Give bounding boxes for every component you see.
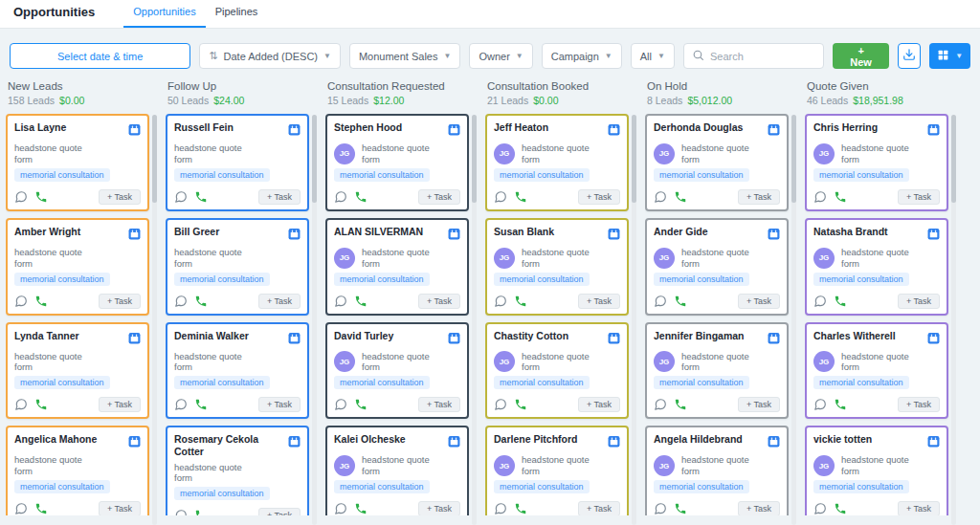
add-task-button[interactable]: + Task: [578, 189, 620, 205]
column-scrollbar-thumb[interactable]: [632, 115, 636, 203]
phone-icon[interactable]: [834, 502, 847, 515]
opportunity-card[interactable]: Angela HildebrandJGheadstone quote formm…: [645, 426, 789, 515]
calendar-icon[interactable]: [128, 331, 141, 348]
view-switch-button[interactable]: ▼: [929, 43, 970, 69]
owner-dropdown[interactable]: Owner ▼: [469, 43, 532, 69]
message-icon[interactable]: [334, 295, 347, 308]
add-task-button[interactable]: + Task: [578, 294, 620, 309]
message-icon[interactable]: [174, 295, 188, 308]
column-scrollbar[interactable]: [472, 115, 477, 525]
import-export-button[interactable]: [898, 43, 921, 69]
calendar-icon[interactable]: [927, 122, 940, 140]
column-scrollbar-thumb[interactable]: [951, 115, 956, 203]
phone-icon[interactable]: [674, 295, 687, 308]
opportunity-card[interactable]: Russell Feinheadstone quote formmemorial…: [166, 114, 309, 211]
phone-icon[interactable]: [514, 190, 527, 204]
column-scrollbar[interactable]: [632, 115, 636, 525]
message-icon[interactable]: [174, 509, 188, 515]
opportunity-card[interactable]: Bill Greerheadstone quote formmemorial c…: [166, 218, 309, 316]
message-icon[interactable]: [813, 398, 827, 411]
message-icon[interactable]: [14, 398, 28, 411]
add-task-button[interactable]: + Task: [738, 294, 780, 309]
campaign-dropdown[interactable]: Campaign ▼: [542, 43, 622, 69]
message-icon[interactable]: [654, 295, 667, 308]
sort-dropdown[interactable]: ⇅ Date Added (DESC) ▼: [199, 43, 341, 69]
opportunity-card[interactable]: Jennifer BingamanJGheadstone quote formm…: [645, 322, 789, 420]
message-icon[interactable]: [654, 502, 667, 515]
phone-icon[interactable]: [34, 190, 48, 204]
add-task-button[interactable]: + Task: [898, 294, 940, 309]
opportunity-card[interactable]: Kalei OlcheskeJGheadstone quote formmemo…: [325, 426, 469, 515]
opportunity-card[interactable]: Lisa Layneheadstone quote formmemorial c…: [6, 114, 149, 211]
add-task-button[interactable]: + Task: [418, 294, 460, 309]
calendar-icon[interactable]: [768, 434, 780, 451]
calendar-icon[interactable]: [927, 434, 940, 451]
calendar-icon[interactable]: [768, 331, 780, 348]
scope-dropdown[interactable]: All ▼: [631, 43, 675, 69]
calendar-icon[interactable]: [128, 122, 141, 140]
opportunity-card[interactable]: David TurleyJGheadstone quote formmemori…: [325, 322, 469, 420]
message-icon[interactable]: [813, 190, 827, 204]
add-task-button[interactable]: + Task: [418, 397, 460, 412]
message-icon[interactable]: [654, 398, 667, 411]
phone-icon[interactable]: [674, 398, 687, 411]
opportunity-card[interactable]: Susan BlankJGheadstone quote formmemoria…: [485, 218, 629, 316]
calendar-icon[interactable]: [288, 227, 301, 244]
phone-icon[interactable]: [354, 398, 368, 411]
column-scrollbar[interactable]: [152, 115, 157, 525]
opportunity-card[interactable]: Derhonda DouglasJGheadstone quote formme…: [645, 114, 789, 211]
add-task-button[interactable]: + Task: [418, 189, 460, 205]
calendar-icon[interactable]: [288, 331, 301, 348]
opportunity-card[interactable]: Deminia Walkerheadstone quote formmemori…: [166, 322, 309, 420]
phone-icon[interactable]: [194, 398, 208, 411]
tab-pipelines[interactable]: Pipelines: [206, 6, 268, 28]
opportunity-card[interactable]: Amber Wrightheadstone quote formmemorial…: [6, 218, 149, 316]
column-scrollbar-thumb[interactable]: [791, 115, 796, 203]
calendar-icon[interactable]: [608, 227, 620, 244]
tab-opportunities[interactable]: Opportunities: [123, 6, 205, 28]
message-icon[interactable]: [334, 502, 347, 515]
calendar-icon[interactable]: [128, 227, 141, 244]
phone-icon[interactable]: [514, 502, 527, 515]
message-icon[interactable]: [14, 502, 28, 515]
calendar-icon[interactable]: [288, 434, 301, 451]
add-task-button[interactable]: + Task: [578, 501, 620, 515]
phone-icon[interactable]: [514, 295, 527, 308]
opportunity-card[interactable]: Jeff HeatonJGheadstone quote formmemoria…: [485, 114, 629, 211]
phone-icon[interactable]: [194, 190, 208, 204]
message-icon[interactable]: [334, 398, 347, 411]
add-task-button[interactable]: + Task: [898, 189, 940, 205]
message-icon[interactable]: [334, 190, 347, 204]
calendar-icon[interactable]: [448, 122, 460, 140]
add-task-button[interactable]: + Task: [258, 294, 301, 309]
calendar-icon[interactable]: [608, 434, 620, 451]
phone-icon[interactable]: [354, 295, 368, 308]
add-task-button[interactable]: + Task: [99, 294, 141, 309]
phone-icon[interactable]: [834, 295, 847, 308]
column-scrollbar[interactable]: [312, 115, 317, 525]
add-task-button[interactable]: + Task: [418, 501, 460, 515]
opportunity-card[interactable]: vickie tottenJGheadstone quote formmemor…: [805, 426, 948, 515]
calendar-icon[interactable]: [927, 227, 940, 244]
calendar-icon[interactable]: [768, 227, 780, 244]
add-task-button[interactable]: + Task: [578, 397, 620, 412]
calendar-icon[interactable]: [448, 331, 460, 348]
message-icon[interactable]: [14, 295, 28, 308]
opportunity-card[interactable]: Chris HerringJGheadstone quote formmemor…: [805, 114, 948, 211]
search-input[interactable]: [710, 51, 815, 62]
opportunity-card[interactable]: ALAN SILVERMANJGheadstone quote formmemo…: [325, 218, 469, 316]
add-task-button[interactable]: + Task: [738, 189, 780, 205]
calendar-icon[interactable]: [927, 331, 940, 348]
calendar-icon[interactable]: [448, 227, 460, 244]
message-icon[interactable]: [494, 502, 507, 515]
add-task-button[interactable]: + Task: [99, 501, 141, 515]
phone-icon[interactable]: [34, 295, 48, 308]
add-task-button[interactable]: + Task: [898, 397, 940, 412]
pipeline-dropdown[interactable]: Monument Sales ▼: [349, 43, 460, 69]
calendar-icon[interactable]: [288, 122, 301, 140]
message-icon[interactable]: [813, 502, 827, 515]
phone-icon[interactable]: [354, 190, 368, 204]
message-icon[interactable]: [494, 295, 507, 308]
calendar-icon[interactable]: [128, 434, 141, 451]
phone-icon[interactable]: [514, 398, 527, 411]
